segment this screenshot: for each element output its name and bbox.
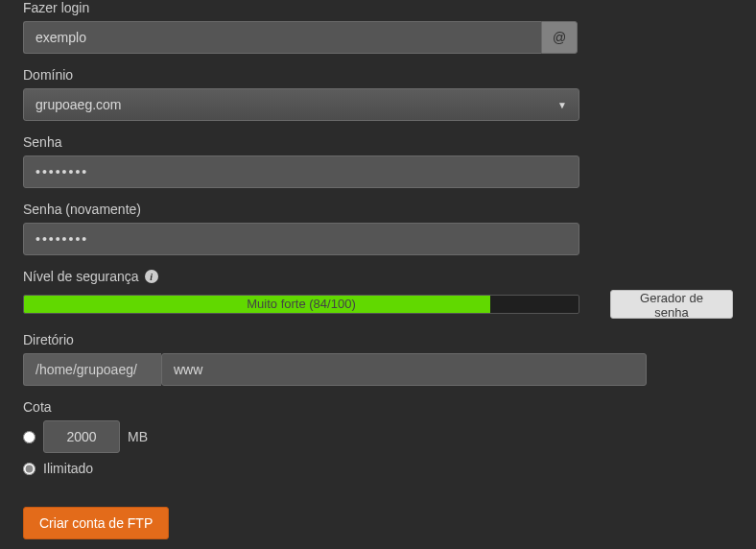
create-ftp-button[interactable]: Criar conta de FTP [23,507,169,539]
quota-limited-radio[interactable] [23,431,35,443]
password2-label: Senha (novamente) [23,202,733,217]
password-label: Senha [23,134,733,150]
at-addon: @ [541,21,578,54]
domain-select[interactable]: grupoaeg.com ▼ [23,88,579,121]
strength-text: Muito forte (84/100) [24,296,579,313]
login-label: Fazer login [23,0,733,15]
info-icon[interactable]: i [145,270,158,283]
strength-label: Nível de segurança [23,269,139,284]
password-input[interactable] [23,155,579,188]
login-input[interactable] [23,21,541,54]
directory-input[interactable] [161,353,647,386]
chevron-down-icon: ▼ [557,100,567,110]
directory-prefix: /home/grupoaeg/ [23,353,161,386]
quota-unlimited-label: Ilimitado [43,461,93,476]
quota-label: Cota [23,399,733,415]
quota-unit: MB [128,429,148,444]
password2-input[interactable] [23,223,579,255]
domain-selected-value: grupoaeg.com [35,97,122,112]
domain-label: Domínio [23,67,733,83]
quota-unlimited-radio[interactable] [23,463,35,475]
generate-password-button[interactable]: Gerador de senha [610,290,733,319]
strength-bar: Muito forte (84/100) [23,295,579,314]
quota-input[interactable] [43,420,120,453]
directory-label: Diretório [23,332,733,347]
